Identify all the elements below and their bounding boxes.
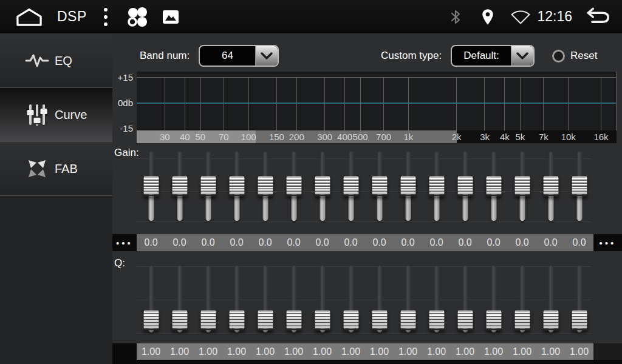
q-band-slider[interactable] bbox=[422, 265, 451, 335]
gridline bbox=[185, 77, 185, 130]
gain-band-slider[interactable] bbox=[422, 150, 451, 223]
q-band-slider[interactable] bbox=[365, 265, 394, 335]
slider-thumb[interactable] bbox=[229, 311, 244, 331]
gain-band-slider[interactable] bbox=[165, 150, 194, 223]
q-value: 1.00 bbox=[194, 343, 222, 360]
home-icon[interactable] bbox=[16, 8, 43, 26]
slider-thumb[interactable] bbox=[429, 177, 444, 197]
chevron-down-icon[interactable] bbox=[511, 46, 533, 66]
freq-tick-label: 30 bbox=[160, 130, 170, 143]
q-band-slider[interactable] bbox=[222, 265, 251, 335]
slider-thumb[interactable] bbox=[172, 177, 187, 197]
gain-band-slider[interactable] bbox=[137, 150, 165, 223]
q-value: 1.00 bbox=[222, 343, 251, 360]
slider-thumb[interactable] bbox=[486, 311, 501, 331]
q-band-slider[interactable] bbox=[508, 265, 536, 335]
q-band-slider[interactable] bbox=[337, 265, 365, 335]
slider-thumb[interactable] bbox=[258, 311, 273, 331]
slider-thumb[interactable] bbox=[200, 311, 216, 331]
gain-band-slider[interactable] bbox=[365, 150, 394, 223]
slider-thumb[interactable] bbox=[572, 177, 587, 197]
q-band-slider[interactable] bbox=[251, 265, 279, 335]
back-icon[interactable] bbox=[583, 7, 611, 27]
slider-thumb[interactable] bbox=[429, 311, 444, 331]
sidebar-item-curve[interactable]: Curve bbox=[0, 88, 112, 142]
q-value: 1.00 bbox=[508, 343, 536, 360]
q-band-slider[interactable] bbox=[137, 265, 165, 335]
slider-thumb[interactable] bbox=[543, 311, 558, 331]
slider-thumb[interactable] bbox=[400, 177, 415, 197]
eq-curve-plot[interactable] bbox=[137, 72, 617, 130]
slider-thumb[interactable] bbox=[400, 311, 415, 331]
slider-thumb[interactable] bbox=[543, 177, 558, 197]
q-value: 1.00 bbox=[337, 343, 365, 360]
q-band-slider[interactable] bbox=[194, 265, 222, 335]
slider-thumb[interactable] bbox=[229, 177, 244, 197]
slider-thumb[interactable] bbox=[315, 177, 330, 197]
slider-thumb[interactable] bbox=[286, 311, 301, 331]
gain-band-slider[interactable] bbox=[222, 150, 251, 223]
slider-thumb[interactable] bbox=[258, 177, 273, 197]
sidebar-item-eq[interactable]: EQ bbox=[0, 34, 112, 88]
slider-thumb[interactable] bbox=[315, 311, 330, 331]
bands-next-button[interactable]: ••• bbox=[593, 234, 622, 251]
slider-thumb[interactable] bbox=[343, 177, 358, 197]
gain-value: 0.0 bbox=[422, 234, 451, 251]
sliders-icon bbox=[24, 103, 50, 126]
q-band-slider[interactable] bbox=[279, 265, 308, 335]
gallery-icon[interactable] bbox=[162, 10, 179, 24]
slider-thumb[interactable] bbox=[457, 311, 473, 331]
reset-control[interactable]: Reset bbox=[552, 45, 597, 67]
apps-clover-icon[interactable] bbox=[126, 5, 149, 29]
bands-prev-button[interactable]: ••• bbox=[112, 234, 137, 251]
slider-thumb[interactable] bbox=[200, 177, 216, 197]
sidebar-item-fab[interactable]: FAB bbox=[0, 142, 112, 196]
fab-arrows-icon bbox=[24, 157, 50, 180]
custom-type-label: Custom type: bbox=[381, 45, 442, 67]
gain-band-slider[interactable] bbox=[251, 150, 279, 223]
gain-band-slider[interactable] bbox=[479, 150, 508, 223]
slider-thumb[interactable] bbox=[172, 311, 187, 331]
q-band-slider[interactable] bbox=[394, 265, 422, 335]
gain-values-strip: 0.00.00.00.00.00.00.00.00.00.00.00.00.00… bbox=[137, 234, 593, 251]
q-band-slider[interactable] bbox=[451, 265, 479, 335]
q-value: 1.00 bbox=[137, 343, 165, 360]
gain-band-slider[interactable] bbox=[565, 150, 593, 223]
band-num-dropdown[interactable]: 64 bbox=[199, 45, 279, 67]
custom-type-dropdown[interactable]: Default: bbox=[451, 45, 535, 67]
slider-thumb[interactable] bbox=[343, 311, 358, 331]
gain-band-slider[interactable] bbox=[308, 150, 337, 223]
slider-thumb[interactable] bbox=[372, 177, 387, 197]
slider-thumb[interactable] bbox=[514, 177, 530, 197]
gain-band-slider[interactable] bbox=[279, 150, 308, 223]
slider-thumb[interactable] bbox=[572, 311, 587, 331]
q-band-slider[interactable] bbox=[165, 265, 194, 335]
freq-tick-label: 200 bbox=[289, 130, 304, 143]
gain-band-slider[interactable] bbox=[394, 150, 422, 223]
chevron-down-icon[interactable] bbox=[255, 46, 278, 66]
gain-band-slider[interactable] bbox=[536, 150, 565, 223]
gridline bbox=[200, 77, 201, 130]
slider-thumb[interactable] bbox=[143, 311, 159, 331]
gain-band-slider[interactable] bbox=[451, 150, 479, 223]
controls-row: Band num: 64 Custom type: Default: Reset bbox=[112, 45, 622, 67]
slider-thumb[interactable] bbox=[143, 177, 159, 197]
gain-band-slider[interactable] bbox=[194, 150, 222, 223]
slider-thumb[interactable] bbox=[486, 177, 501, 197]
q-band-slider[interactable] bbox=[565, 265, 593, 335]
reset-radio[interactable] bbox=[552, 50, 565, 62]
gain-band-slider[interactable] bbox=[337, 150, 365, 223]
q-band-slider[interactable] bbox=[479, 265, 508, 335]
freq-tick-label: 5k bbox=[516, 130, 525, 143]
freq-tick-label: 2k bbox=[452, 130, 462, 143]
gain-band-slider[interactable] bbox=[508, 150, 536, 223]
q-value: 1.00 bbox=[365, 343, 394, 360]
slider-thumb[interactable] bbox=[286, 177, 301, 197]
kebab-menu-icon[interactable] bbox=[103, 7, 109, 27]
slider-thumb[interactable] bbox=[457, 177, 473, 197]
slider-thumb[interactable] bbox=[514, 311, 530, 331]
q-band-slider[interactable] bbox=[308, 265, 337, 335]
q-band-slider[interactable] bbox=[536, 265, 565, 335]
q-row-right-spacer bbox=[593, 343, 622, 360]
slider-thumb[interactable] bbox=[372, 311, 387, 331]
